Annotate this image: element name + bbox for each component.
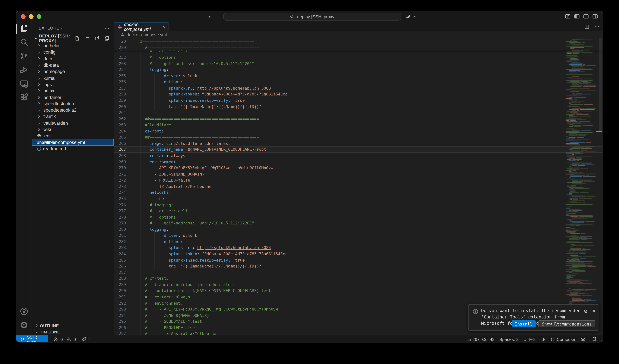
copilot-menu-button[interactable] xyxy=(405,13,418,19)
toggle-panel-icon[interactable] xyxy=(583,13,589,19)
tab-close-icon[interactable]: × xyxy=(162,24,165,29)
code-line-284[interactable]: 284 splunk-token: f0d0bac4-808e-4d70-a78… xyxy=(114,251,603,257)
minimap[interactable] xyxy=(565,38,598,314)
indentation[interactable]: Spaces: 2 xyxy=(499,337,519,341)
explorer-more-actions-icon[interactable]: ⋯ xyxy=(104,25,110,31)
layout-customize-icon[interactable] xyxy=(564,13,571,19)
code-line-276[interactable]: 276 # logging: xyxy=(114,202,603,208)
sidebar-item-nginx[interactable]: nginx xyxy=(32,88,114,94)
code-line-252[interactable]: 252 # options: xyxy=(114,54,603,61)
eol[interactable]: LF xyxy=(540,337,545,341)
nav-back-icon[interactable]: ← xyxy=(207,13,214,19)
sidebar-item-authelia[interactable]: authelia xyxy=(32,43,114,49)
code-line-267[interactable]: 267 container_name: ${NAME_CONTAINER_CLO… xyxy=(114,147,603,153)
code-line-272[interactable]: 272 - PROXIED=false xyxy=(114,177,603,183)
toggle-sidebar-icon[interactable] xyxy=(574,13,580,19)
sidebar-item-db-data[interactable]: db-data xyxy=(32,62,114,68)
code-line-277[interactable]: 277 # driver: gelf xyxy=(114,208,603,214)
encoding[interactable]: UTF-8 xyxy=(523,337,536,341)
code-line-288[interactable]: 288 # cf-test: xyxy=(114,275,603,282)
sidebar-item--env[interactable]: .env xyxy=(32,133,114,139)
sidebar-item-traefik[interactable]: traefik xyxy=(32,113,114,120)
activity-extensions[interactable] xyxy=(16,91,32,105)
code-line-229[interactable]: 229 #===================================… xyxy=(114,44,603,51)
new-folder-icon[interactable] xyxy=(84,35,90,41)
activity-settings[interactable] xyxy=(16,319,32,333)
sidebar-item-homepage[interactable]: homepage xyxy=(32,68,114,75)
code-line-283[interactable]: 283 splunk-url: http://splunk9.homelab.l… xyxy=(114,245,603,251)
activity-remote-explorer[interactable] xyxy=(16,77,32,91)
nav-forward-icon[interactable]: → xyxy=(214,13,221,19)
code-line-254[interactable]: 254 logging: xyxy=(114,67,603,73)
sidebar-item-speedtestookla2[interactable]: speedtestookla2 xyxy=(32,107,114,113)
code-line-256[interactable]: 256 options: xyxy=(114,79,603,85)
sidebar-item-speedtestookla[interactable]: speedtestookla xyxy=(32,100,114,107)
code-line-261[interactable]: 261 xyxy=(114,109,603,116)
code-line-262[interactable]: 262 ##==================================… xyxy=(114,116,603,122)
code-line-282[interactable]: 282 options: xyxy=(114,239,603,245)
copilot-status[interactable] xyxy=(580,336,586,342)
sidebar-item-readme-md[interactable]: readme.md xyxy=(32,145,114,152)
install-button[interactable]: Install xyxy=(512,320,535,327)
code-line-265[interactable]: 265 ##==================================… xyxy=(114,134,603,140)
code-line-270[interactable]: 270 - API_KEY=Fa8X8Y3yKkgC__WqTJC8woLtLp… xyxy=(114,165,603,171)
collapse-all-icon[interactable] xyxy=(103,35,110,41)
breadcrumb[interactable]: docker-compose.yml xyxy=(114,31,603,38)
code-line-263[interactable]: 263 #Cloudflare xyxy=(114,122,603,128)
code-line-269[interactable]: 269 environment: xyxy=(114,159,603,165)
activity-run-debug[interactable] xyxy=(16,64,32,77)
code-line-28[interactable]: 28#=====================================… xyxy=(114,38,603,44)
code-line-286[interactable]: 286 tag: "{{.ImageName}}/{{.Name}}/{{.ID… xyxy=(114,263,603,269)
notification-settings-icon[interactable] xyxy=(583,308,589,314)
sidebar-section-outline[interactable]: OUTLINE xyxy=(32,322,114,329)
refresh-icon[interactable] xyxy=(94,35,100,41)
code-line-289[interactable]: 289 # image: oznu/cloudflare-ddns:latest xyxy=(114,282,603,288)
cursor-position[interactable]: Ln 267, Col 43 xyxy=(466,337,494,341)
remote-indicator[interactable]: SSH: proxy xyxy=(16,335,48,342)
code-line-264[interactable]: 264 cf-root: xyxy=(114,128,603,134)
scrollbar-slider[interactable] xyxy=(599,38,602,132)
language-mode[interactable]: {} Compose xyxy=(550,337,575,341)
code-line-255[interactable]: 255 driver: splunk xyxy=(114,73,603,79)
code-line-253[interactable]: 253 # gelf-address: "udp://10.0.5.112:12… xyxy=(114,61,603,67)
sidebar-item-config[interactable]: config xyxy=(32,49,114,55)
code-line-266[interactable]: 266 image: oznu/cloudflare-ddns:latest xyxy=(114,140,603,147)
ports-indicator[interactable]: 4 xyxy=(81,336,91,342)
sidebar-item-docker-compose-yml[interactable]: undefineddocker-compose.yml xyxy=(32,139,114,146)
tab-docker-compose[interactable]: docker-compose.yml × xyxy=(114,22,169,31)
window-zoom-button[interactable] xyxy=(37,14,42,19)
split-editor-icon[interactable] xyxy=(583,24,590,30)
code-line-258[interactable]: 258 splunk-token: f0d0bac4-808e-4d70-a78… xyxy=(114,91,603,97)
notification-close-icon[interactable]: × xyxy=(592,308,595,314)
code-line-259[interactable]: 259 splunk-insecureskipverify: 'true' xyxy=(114,97,603,104)
sidebar-item-wiki[interactable]: wiki xyxy=(32,126,114,133)
new-file-icon[interactable] xyxy=(74,35,80,41)
workspace-root-row[interactable]: DEPLOY [SSH: PROXY] xyxy=(32,34,114,43)
code-line-290[interactable]: 290 # container_name: ${NAME_CONTAINER_C… xyxy=(114,288,603,294)
code-line-279[interactable]: 279 # gelf-address: "udp://10.0.5.112:12… xyxy=(114,220,603,226)
window-minimize-button[interactable] xyxy=(29,14,33,19)
code-line-291[interactable]: 291 # restart: always xyxy=(114,294,603,300)
problems-indicator[interactable]: 0 0 xyxy=(53,336,76,342)
sidebar-item-portainer[interactable]: portainer xyxy=(32,94,114,100)
notifications-bell[interactable] xyxy=(591,336,597,342)
sidebar-item-kuma[interactable]: kuma xyxy=(32,75,114,81)
code-line-271[interactable]: 271 - ZONE=${NAME_DOMAIN} xyxy=(114,171,603,177)
activity-account[interactable] xyxy=(16,305,32,319)
show-recommendations-button[interactable]: Show Recommendations xyxy=(538,320,595,327)
code-line-260[interactable]: 260 tag: "{{.ImageName}}/{{.Name}}/{{.ID… xyxy=(114,103,603,109)
toggle-secondary-sidebar-icon[interactable] xyxy=(592,13,598,19)
window-close-button[interactable] xyxy=(21,14,26,19)
code-editor[interactable]: 251 # driver: gelf252 # options:253 # ge… xyxy=(114,38,603,335)
editor-more-actions-icon[interactable]: ⋯ xyxy=(594,24,600,29)
code-line-281[interactable]: 281 driver: splunk xyxy=(114,232,603,239)
sidebar-item-logs[interactable]: logs xyxy=(32,81,114,88)
sidebar-item-data[interactable]: data xyxy=(32,55,114,62)
code-line-285[interactable]: 285 splunk-insecureskipverify: 'true' xyxy=(114,257,603,263)
code-line-274[interactable]: 274 networks: xyxy=(114,189,603,196)
code-line-257[interactable]: 257 splunk-url: http://splunk9.homelab.l… xyxy=(114,85,603,91)
sidebar-item-vaultwarden[interactable]: vaultwarden xyxy=(32,120,114,126)
code-line-287[interactable]: 287 xyxy=(114,269,603,275)
code-line-273[interactable]: 273 - TZ=Australia/Melbourne xyxy=(114,183,603,189)
sidebar-section-timeline[interactable]: TIMELINE xyxy=(32,329,114,335)
